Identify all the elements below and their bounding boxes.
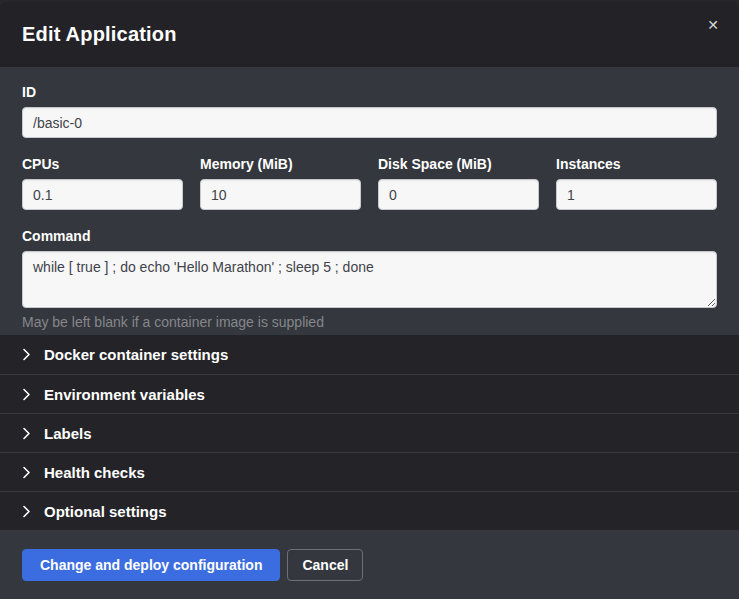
command-label: Command xyxy=(22,228,717,244)
close-icon: ✕ xyxy=(707,17,719,33)
section-labels[interactable]: Labels xyxy=(0,413,739,452)
section-label: Labels xyxy=(44,425,92,442)
section-environment-variables[interactable]: Environment variables xyxy=(0,374,739,413)
edit-application-modal: Edit Application ✕ ID CPUs Memory (MiB) … xyxy=(0,0,739,599)
section-optional-settings[interactable]: Optional settings xyxy=(0,491,739,530)
modal-footer: Change and deploy configuration Cancel xyxy=(0,530,739,599)
instances-label: Instances xyxy=(556,156,717,172)
cpus-label: CPUs xyxy=(22,156,183,172)
cpus-input[interactable] xyxy=(22,179,183,210)
chevron-right-icon xyxy=(22,505,31,518)
section-label: Optional settings xyxy=(44,503,167,520)
section-health-checks[interactable]: Health checks xyxy=(0,452,739,491)
modal-header: Edit Application ✕ xyxy=(0,2,739,67)
close-button[interactable]: ✕ xyxy=(703,14,723,36)
instances-field-group: Instances xyxy=(556,156,717,210)
command-field-group: Command while [ true ] ; do echo 'Hello … xyxy=(22,228,717,330)
resources-row: CPUs Memory (MiB) Disk Space (MiB) Insta… xyxy=(22,156,717,210)
id-field-group: ID xyxy=(22,84,717,138)
application-form: ID CPUs Memory (MiB) Disk Space (MiB) In… xyxy=(0,67,739,335)
modal-title: Edit Application xyxy=(22,23,177,46)
chevron-right-icon xyxy=(22,427,31,440)
change-and-deploy-button[interactable]: Change and deploy configuration xyxy=(22,549,280,581)
command-textarea[interactable]: while [ true ] ; do echo 'Hello Marathon… xyxy=(22,251,717,308)
cpus-field-group: CPUs xyxy=(22,156,183,210)
instances-input[interactable] xyxy=(556,179,717,210)
memory-label: Memory (MiB) xyxy=(200,156,361,172)
id-label: ID xyxy=(22,84,717,100)
chevron-right-icon xyxy=(22,348,31,361)
chevron-right-icon xyxy=(22,388,31,401)
section-label: Environment variables xyxy=(44,386,205,403)
collapsible-sections: Docker container settings Environment va… xyxy=(0,335,739,530)
id-input[interactable] xyxy=(22,107,717,138)
memory-field-group: Memory (MiB) xyxy=(200,156,361,210)
command-help-text: May be left blank if a container image i… xyxy=(22,314,717,330)
disk-label: Disk Space (MiB) xyxy=(378,156,539,172)
section-label: Health checks xyxy=(44,464,145,481)
chevron-right-icon xyxy=(22,466,31,479)
section-label: Docker container settings xyxy=(44,346,228,363)
memory-input[interactable] xyxy=(200,179,361,210)
disk-input[interactable] xyxy=(378,179,539,210)
section-docker-container-settings[interactable]: Docker container settings xyxy=(0,335,739,374)
disk-field-group: Disk Space (MiB) xyxy=(378,156,539,210)
cancel-button[interactable]: Cancel xyxy=(287,549,363,581)
